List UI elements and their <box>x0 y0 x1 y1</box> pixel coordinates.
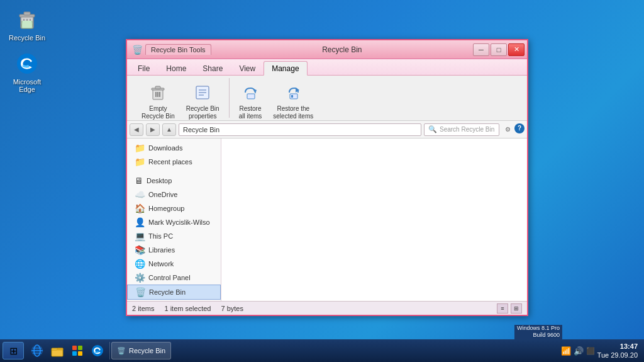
up-button[interactable]: ▲ <box>162 123 176 136</box>
svg-rect-18 <box>247 94 255 99</box>
downloads-label: Downloads <box>148 144 182 152</box>
taskbar-item-icon: 🗑️ <box>117 347 126 355</box>
tray-network-icon[interactable]: 📶 <box>561 346 571 356</box>
os-info: Windows 8.1 Pro Build 9600 <box>514 325 562 339</box>
sidebar-item-homegroup[interactable]: 🏠 Homegroup <box>127 201 221 215</box>
address-bar[interactable]: Recycle Bin <box>179 123 421 136</box>
restore-all-icon <box>242 84 259 104</box>
tab-share[interactable]: Share <box>194 61 231 75</box>
window-controls: ─ □ ✕ <box>473 43 525 56</box>
downloads-icon: 📁 <box>135 143 145 153</box>
svg-rect-28 <box>72 346 77 350</box>
edge-desktop-icon[interactable]: Microsoft Edge <box>5 49 49 96</box>
empty-recycle-bin-label: EmptyRecycle Bin <box>142 105 175 120</box>
restore-selected-label: Restore theselected items <box>273 105 313 120</box>
title-bar: 🗑️ Recycle Bin Tools Recycle Bin ─ □ ✕ <box>127 40 527 59</box>
search-box[interactable]: 🔍 Search Recycle Bin <box>424 123 499 136</box>
minimize-button[interactable]: ─ <box>473 43 489 56</box>
svg-rect-20 <box>290 94 297 99</box>
restore-all-label: Restoreall items <box>239 105 262 120</box>
main-content-pane <box>221 139 527 301</box>
selected-info: 1 item selected <box>164 305 211 312</box>
onedrive-label: OneDrive <box>148 191 177 198</box>
taskbar-pinned-items <box>25 342 110 359</box>
sidebar-item-downloads[interactable]: 📁 Downloads <box>127 141 221 155</box>
nav-extra-buttons: ⚙ ? <box>502 123 525 136</box>
tab-view[interactable]: View <box>231 61 264 75</box>
this-pc-label: This PC <box>148 232 173 240</box>
properties-icon <box>194 84 211 104</box>
recycle-bin-icon <box>15 8 39 31</box>
tray-notifications-icon[interactable]: ⬛ <box>586 347 595 355</box>
system-tray: 📶 🔊 ⬛ 13:47 Tue 29.09.20 Windows 8.1 Pro… <box>557 342 641 360</box>
maximize-button[interactable]: □ <box>491 43 507 56</box>
restore-all-items-button[interactable]: Restoreall items <box>235 81 267 123</box>
close-button[interactable]: ✕ <box>508 43 525 56</box>
onedrive-icon: ☁️ <box>135 189 145 200</box>
manage-buttons: EmptyRecycle Bin Recycle Binproperties <box>137 81 224 123</box>
libraries-label: Libraries <box>148 246 175 254</box>
forward-button[interactable]: ▶ <box>146 123 160 136</box>
large-icon-view-button[interactable]: ⊞ <box>511 303 522 314</box>
sidebar-item-onedrive[interactable]: ☁️ OneDrive <box>127 188 221 201</box>
svg-rect-30 <box>72 351 77 356</box>
recent-places-label: Recent places <box>148 158 192 166</box>
svg-rect-31 <box>78 351 82 356</box>
title-bar-window-icon: 🗑️ <box>132 45 143 55</box>
control-panel-icon: ⚙️ <box>135 273 145 283</box>
taskbar-recycle-bin-item[interactable]: 🗑️ Recycle Bin <box>111 342 171 359</box>
svg-rect-21 <box>291 95 293 98</box>
empty-recycle-bin-button[interactable]: EmptyRecycle Bin <box>137 81 179 123</box>
back-button[interactable]: ◀ <box>130 123 143 136</box>
taskbar: ⊞ <box>0 339 644 362</box>
sidebar-item-control-panel[interactable]: ⚙️ Control Panel <box>127 271 221 285</box>
sidebar-item-user[interactable]: 👤 Mark Wycislik-Wilso <box>127 215 221 229</box>
restore-selected-button[interactable]: Restore theselected items <box>269 81 318 123</box>
sidebar-item-libraries[interactable]: 📚 Libraries <box>127 243 221 257</box>
tray-volume-icon[interactable]: 🔊 <box>574 346 584 356</box>
tab-home[interactable]: Home <box>158 61 194 75</box>
tray-time-display: 13:47 <box>597 342 638 351</box>
this-pc-icon: 💻 <box>135 231 145 241</box>
taskbar-edge-icon[interactable] <box>88 342 107 359</box>
svg-marker-17 <box>253 89 257 94</box>
details-view-button[interactable]: ≡ <box>497 303 508 314</box>
svg-rect-9 <box>155 86 160 89</box>
taskbar-explorer-icon[interactable] <box>48 342 67 359</box>
tab-file[interactable]: File <box>130 61 158 75</box>
ribbon-group-manage: EmptyRecycle Bin Recycle Binproperties M… <box>132 78 230 118</box>
recycle-bin-label: Recycle Bin <box>9 34 45 42</box>
empty-recycle-bin-icon <box>149 84 167 104</box>
sidebar-item-desktop[interactable]: 🖥 Desktop <box>127 174 221 188</box>
item-count: 2 items <box>132 305 154 312</box>
ribbon-group-restore: Restoreall items Restore theselected ite… <box>230 78 323 118</box>
system-clock[interactable]: 13:47 Tue 29.09.20 <box>597 342 638 360</box>
edge-label: Microsoft Edge <box>8 78 47 93</box>
window-title: Recycle Bin <box>211 45 473 54</box>
recycle-bin-window: 🗑️ Recycle Bin Tools Recycle Bin ─ □ ✕ F… <box>126 39 528 316</box>
user-label: Mark Wycislik-Wilso <box>148 218 210 226</box>
start-icon: ⊞ <box>9 345 18 357</box>
search-placeholder: Search Recycle Bin <box>440 126 494 133</box>
sidebar-item-recycle-bin[interactable]: 🗑️ Recycle Bin <box>127 285 221 300</box>
tab-manage[interactable]: Manage <box>264 61 307 76</box>
taskbar-store-icon[interactable] <box>68 342 87 359</box>
sidebar-item-this-pc[interactable]: 💻 This PC <box>127 229 221 243</box>
recycle-bin-desktop-icon[interactable]: Recycle Bin <box>5 5 49 44</box>
taskbar-item-label: Recycle Bin <box>129 347 165 354</box>
ribbon-content: EmptyRecycle Bin Recycle Binproperties M… <box>127 76 527 121</box>
desktop-nav-label: Desktop <box>147 177 172 184</box>
recycle-bin-properties-button[interactable]: Recycle Binproperties <box>182 81 224 123</box>
search-icon: 🔍 <box>428 125 437 133</box>
taskbar-ie-icon[interactable] <box>28 342 47 359</box>
sidebar-item-network[interactable]: 🌐 Network <box>127 257 221 271</box>
recycle-bin-nav-icon: 🗑️ <box>135 287 146 297</box>
navigation-bar: ◀ ▶ ▲ Recycle Bin 🔍 Search Recycle Bin ⚙… <box>127 121 527 139</box>
settings-nav-button[interactable]: ⚙ <box>502 123 513 136</box>
svg-rect-29 <box>78 346 82 350</box>
svg-point-6 <box>17 54 37 74</box>
help-button[interactable]: ? <box>514 123 525 133</box>
libraries-icon: 📚 <box>135 245 145 255</box>
sidebar-item-recent-places[interactable]: 📁 Recent places <box>127 155 221 169</box>
start-button[interactable]: ⊞ <box>3 342 24 359</box>
